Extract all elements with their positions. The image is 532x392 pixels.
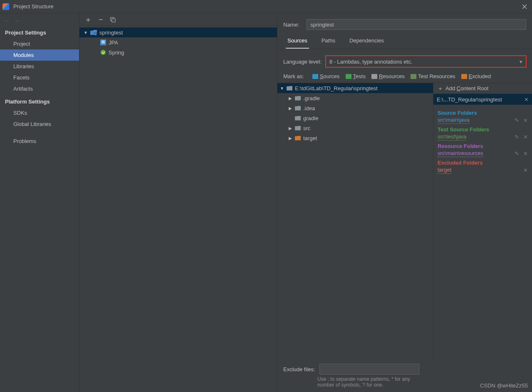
folder-icon [295, 136, 301, 141]
excluded-folders-heading: Excluded Folders [438, 160, 528, 166]
edit-icon[interactable]: ✎ [515, 134, 519, 140]
facet-label: Spring [109, 49, 124, 56]
folder-icon [295, 96, 301, 101]
source-folders-heading: Source Folders [438, 110, 528, 116]
close-button[interactable] [520, 2, 530, 12]
remove-content-root-button[interactable]: ✕ [524, 96, 529, 103]
folder-label: .gradle [303, 95, 320, 101]
test-folders-heading: Test Source Folders [438, 126, 528, 133]
module-tree: ▼ springtest JPA Spring [79, 26, 277, 392]
remove-icon[interactable]: ✕ [523, 134, 528, 140]
add-module-button[interactable]: ＋ [84, 16, 92, 23]
content-roots-panel: ＋ Add Content Root E:\...TD_Regular\spri… [433, 83, 532, 360]
facet-row-spring[interactable]: Spring [79, 47, 277, 57]
detail-tabs: Sources Paths Dependencies [277, 34, 532, 49]
language-level-label: Language level: [283, 59, 322, 65]
expand-arrow-icon[interactable]: ▶ [288, 106, 292, 111]
plus-icon: ＋ [438, 85, 443, 92]
sidebar-item-libraries[interactable]: Libraries [0, 61, 79, 72]
copy-module-button[interactable] [110, 17, 116, 22]
svg-point-6 [101, 50, 106, 55]
folder-row[interactable]: ▶target [277, 133, 433, 143]
tab-paths[interactable]: Paths [320, 34, 337, 49]
folder-icon [295, 116, 301, 121]
exclude-hint: Use ; to separate name patterns, * for a… [277, 376, 419, 392]
expand-arrow-icon[interactable]: ▶ [288, 136, 292, 141]
settings-sidebar: ← → Project Settings Project Modules Lib… [0, 13, 79, 392]
spring-icon [100, 49, 106, 55]
module-panel: ＋ − ▼ springtest JPA [79, 13, 277, 392]
content-root-path: E:\...TD_Regular\springtest [437, 96, 502, 103]
mark-sources[interactable]: SSourcesources [312, 73, 340, 79]
svg-rect-1 [112, 19, 115, 22]
source-folder-item[interactable]: src\main\java✎✕ [438, 117, 528, 124]
module-icon [90, 30, 97, 35]
expand-arrow-icon[interactable]: ▼ [280, 86, 284, 91]
svg-rect-5 [101, 42, 105, 43]
edit-icon[interactable]: ✎ [515, 150, 519, 157]
forward-button[interactable]: → [14, 17, 20, 24]
folder-label: target [303, 135, 317, 141]
mark-test-resources[interactable]: Test Resources [411, 73, 455, 79]
folder-icon [287, 86, 292, 91]
tab-sources[interactable]: Sources [286, 34, 309, 49]
expand-arrow-icon[interactable]: ▶ [288, 126, 292, 131]
folder-label: src [303, 125, 310, 131]
name-label: Name: [283, 22, 299, 28]
excluded-folder-item[interactable]: target✕ [438, 167, 528, 174]
sidebar-item-modules[interactable]: Modules [0, 49, 79, 61]
sidebar-item-global-libraries[interactable]: Global Libraries [0, 118, 79, 130]
sidebar-item-problems[interactable]: Problems [0, 136, 79, 147]
sidebar-item-sdks[interactable]: SDKs [0, 107, 79, 118]
module-label: springtest [99, 30, 123, 36]
module-name-input[interactable] [307, 19, 526, 30]
resource-folder-item[interactable]: src\main\resources✎✕ [438, 150, 528, 157]
nav-history: ← → [0, 16, 79, 25]
intellij-logo-icon [2, 3, 9, 10]
window-title: Project Structure [13, 3, 520, 10]
tab-dependencies[interactable]: Dependencies [348, 34, 386, 49]
copy-icon [110, 17, 116, 22]
language-level-value: 8 - Lambdas, type annotations etc. [329, 59, 412, 65]
folder-row[interactable]: gradle [277, 113, 433, 123]
back-button[interactable]: ← [4, 17, 10, 24]
sidebar-item-facets[interactable]: Facets [0, 72, 79, 83]
mark-resources[interactable]: Resources [371, 73, 405, 79]
remove-icon[interactable]: ✕ [523, 117, 528, 123]
folder-row-root[interactable]: ▼ E:\tdGitLab\TD_Regular\springtest [277, 83, 433, 93]
module-row-springtest[interactable]: ▼ springtest [79, 27, 277, 37]
expand-arrow-icon[interactable]: ▼ [84, 30, 88, 35]
edit-icon[interactable]: ✎ [515, 117, 519, 123]
watermark: CSDN @wHiteZz55 [480, 382, 528, 389]
add-content-root-button[interactable]: ＋ Add Content Root [433, 83, 532, 94]
folder-row[interactable]: ▶.gradle [277, 93, 433, 103]
remove-module-button[interactable]: − [99, 16, 103, 23]
mark-tests[interactable]: Tests [346, 73, 366, 79]
mark-excluded[interactable]: Excluded [461, 73, 491, 79]
sidebar-item-artifacts[interactable]: Artifacts [0, 83, 79, 94]
source-folder-tree: ▼ E:\tdGitLab\TD_Regular\springtest ▶.gr… [277, 83, 433, 360]
titlebar: Project Structure [0, 0, 532, 13]
folder-row[interactable]: ▶src [277, 123, 433, 133]
folder-icon [295, 126, 301, 131]
content-root-row[interactable]: E:\...TD_Regular\springtest ✕ [433, 94, 532, 105]
language-level-select[interactable]: 8 - Lambdas, type annotations etc. ▾ [326, 56, 526, 67]
facet-label: JPA [109, 39, 118, 46]
remove-icon[interactable]: ✕ [523, 150, 528, 157]
project-settings-heading: Project Settings [0, 25, 79, 38]
facet-row-jpa[interactable]: JPA [79, 37, 277, 47]
folder-icon [295, 106, 301, 111]
sidebar-item-project[interactable]: Project [0, 38, 79, 49]
folder-label: .idea [303, 105, 315, 111]
test-folder-item[interactable]: src\test\java✎✕ [438, 133, 528, 141]
remove-icon[interactable]: ✕ [523, 167, 528, 173]
exclude-files-input[interactable] [319, 364, 419, 375]
folder-row[interactable]: ▶.idea [277, 103, 433, 113]
close-icon [522, 4, 527, 9]
svg-rect-2 [94, 33, 97, 35]
mark-as-label: Mark as: [283, 73, 304, 79]
resource-folders-heading: Resource Folders [438, 143, 528, 149]
expand-arrow-icon[interactable]: ▶ [288, 96, 292, 101]
platform-settings-heading: Platform Settings [0, 94, 79, 107]
jpa-icon [100, 39, 106, 45]
